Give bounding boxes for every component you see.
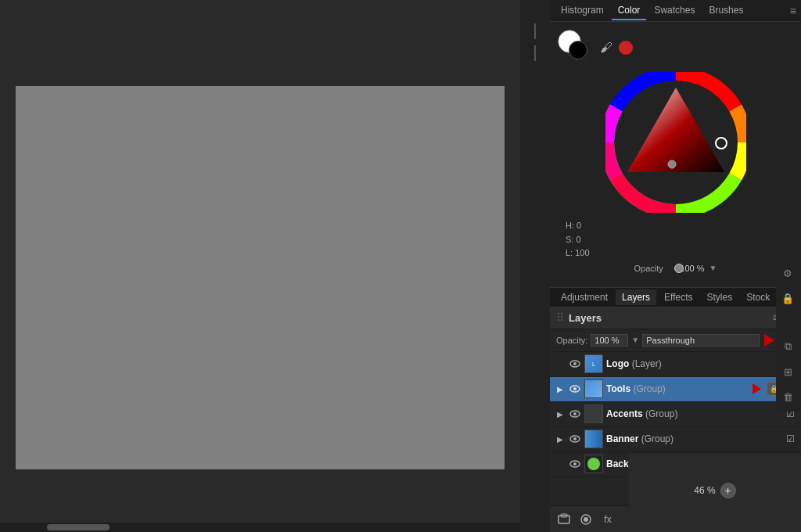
layers-mask-button[interactable] xyxy=(578,512,594,527)
opacity-row: Opacity 100 % ▼ xyxy=(627,261,725,279)
svg-point-13 xyxy=(573,462,577,466)
color-tools-row: 🖌 xyxy=(558,30,793,66)
svg-point-17 xyxy=(584,517,588,522)
layers-group-button[interactable] xyxy=(556,512,572,527)
layer-thumb-accents-inner xyxy=(585,405,602,422)
layer-row-banner[interactable]: ▶ Banner (Group) ☑ xyxy=(550,427,801,452)
tab-color[interactable]: Color xyxy=(612,2,647,20)
svg-point-11 xyxy=(573,437,577,440)
layer-name-accents: Accents (Group) xyxy=(606,408,781,419)
tools-layer-red-arrow xyxy=(753,383,761,394)
svg-point-2 xyxy=(716,138,727,149)
color-wheel[interactable] xyxy=(605,72,746,213)
background-color-swatch[interactable] xyxy=(569,41,587,59)
layer-row-logo[interactable]: L Logo (Layer) ☑ xyxy=(550,352,801,377)
opacity-label: Opacity xyxy=(634,264,666,273)
layer-thumb-accents xyxy=(584,404,603,423)
opacity-dropdown-arrow[interactable]: ▼ xyxy=(709,264,717,272)
tab-stock[interactable]: Stock xyxy=(740,289,776,305)
rt-spacer xyxy=(779,315,798,330)
rt-grid-icon[interactable]: ⊞ xyxy=(779,363,796,380)
zoom-row: 46 % + xyxy=(694,483,735,498)
rt-lock-icon[interactable]: 🔒 xyxy=(779,289,796,307)
layer-visibility-logo[interactable] xyxy=(569,358,581,370)
layer-thumb-logo: L xyxy=(584,354,603,373)
canvas-document xyxy=(16,86,505,469)
layer-visibility-banner[interactable] xyxy=(569,433,581,445)
hue-value: H: 0 xyxy=(566,219,785,233)
bottom-right-area: 46 % + xyxy=(629,454,801,532)
layers-opacity-label: Opacity: xyxy=(556,336,587,345)
rt-delete-icon[interactable]: 🗑 xyxy=(779,388,796,405)
saturation-value: S: 0 xyxy=(566,233,785,247)
layer-thumb-background xyxy=(584,455,603,473)
vertical-divider xyxy=(520,0,550,532)
layer-visibility-background[interactable] xyxy=(569,458,581,470)
svg-point-3 xyxy=(668,160,676,168)
layer-expand-banner[interactable]: ▶ xyxy=(555,433,566,444)
color-preset-red[interactable] xyxy=(619,41,633,55)
fx-label: fx xyxy=(604,514,611,525)
lightness-value: L: 100 xyxy=(566,246,785,261)
layers-opacity-row: Opacity: ▼ 🔒 xyxy=(550,329,801,352)
svg-point-5 xyxy=(573,362,577,365)
layer-visibility-tools[interactable] xyxy=(569,383,581,395)
canvas-scrollbar-horizontal[interactable] xyxy=(0,523,520,532)
zoom-plus-button[interactable]: + xyxy=(720,483,736,498)
layer-expand-tools[interactable]: ▶ xyxy=(555,383,566,394)
tab-brushes[interactable]: Brushes xyxy=(702,2,749,20)
layer-expand-accents[interactable]: ▶ xyxy=(555,408,566,419)
layer-row-accents[interactable]: ▶ Accents (Group) ☑ xyxy=(550,402,801,427)
layer-check-banner[interactable]: ☑ xyxy=(784,433,796,445)
layer-name-tools: Tools (Group) xyxy=(606,383,747,394)
canvas-area xyxy=(0,0,520,532)
rt-gear-icon[interactable]: ⚙ xyxy=(779,264,796,282)
tab-histogram[interactable]: Histogram xyxy=(555,2,610,20)
layer-name-logo: Logo (Layer) xyxy=(606,358,781,369)
scrollbar-thumb-horizontal[interactable] xyxy=(47,524,110,530)
layer-thumb-banner-inner xyxy=(585,430,602,448)
right-edge-toolbar: ⚙ 🔒 ⧉ ⊞ 🗑 xyxy=(776,258,801,412)
layer-name-banner: Banner (Group) xyxy=(606,433,781,444)
layer-thumb-banner xyxy=(584,430,603,448)
svg-point-7 xyxy=(573,387,577,390)
eye-icon-tools xyxy=(569,383,580,394)
tab-effects[interactable]: Effects xyxy=(658,289,699,305)
right-panel: Histogram Color Swatches Brushes ≡ 🖌 xyxy=(550,0,801,532)
color-wheel-svg xyxy=(605,72,746,213)
layers-panel-title: Layers xyxy=(569,312,773,324)
tab-swatches[interactable]: Swatches xyxy=(648,2,701,20)
layer-thumb-bg-inner xyxy=(587,458,600,470)
layer-row-tools[interactable]: ▶ Tools (Group) xyxy=(550,377,801,402)
svg-marker-1 xyxy=(627,88,724,172)
layers-fx-button[interactable]: fx xyxy=(600,512,616,527)
layers-panel-header: ⠿ Layers ≡ ✕ xyxy=(550,307,801,329)
eye-icon-accents xyxy=(569,408,580,419)
group-icon xyxy=(557,512,571,527)
svg-point-9 xyxy=(573,412,577,415)
layers-drag-handle[interactable]: ⠿ xyxy=(556,311,564,324)
rt-copy-icon[interactable]: ⧉ xyxy=(779,338,796,355)
color-circles-wrap xyxy=(558,30,594,66)
tab-layers[interactable]: Layers xyxy=(616,289,656,305)
tab-adjustment[interactable]: Adjustment xyxy=(555,289,614,305)
layer-thumb-tools xyxy=(584,379,603,398)
layers-blend-mode-input[interactable] xyxy=(642,334,760,347)
layer-expand-background xyxy=(555,458,566,469)
panel-tabs-bar: Histogram Color Swatches Brushes ≡ xyxy=(550,0,801,22)
panel-tabs-menu-icon[interactable]: ≡ xyxy=(790,5,796,17)
main-tabs-row: Adjustment Layers Effects Styles Stock ≡ xyxy=(550,287,801,307)
paintbrush-icon[interactable]: 🖌 xyxy=(600,41,612,55)
layers-opacity-input[interactable] xyxy=(591,334,628,347)
zoom-value: 46 % xyxy=(694,485,715,496)
layer-visibility-accents[interactable] xyxy=(569,408,581,420)
tab-styles[interactable]: Styles xyxy=(701,289,739,305)
eye-icon-background xyxy=(569,458,580,469)
divider-line xyxy=(534,45,536,61)
opacity-slider-thumb xyxy=(674,264,684,273)
eye-icon-banner xyxy=(569,433,580,444)
layers-opacity-dropdown[interactable]: ▼ xyxy=(631,336,639,344)
eye-icon xyxy=(569,358,580,369)
layer-thumb-tools-inner xyxy=(585,380,602,397)
hsl-values: H: 0 S: 0 L: 100 xyxy=(558,219,793,261)
